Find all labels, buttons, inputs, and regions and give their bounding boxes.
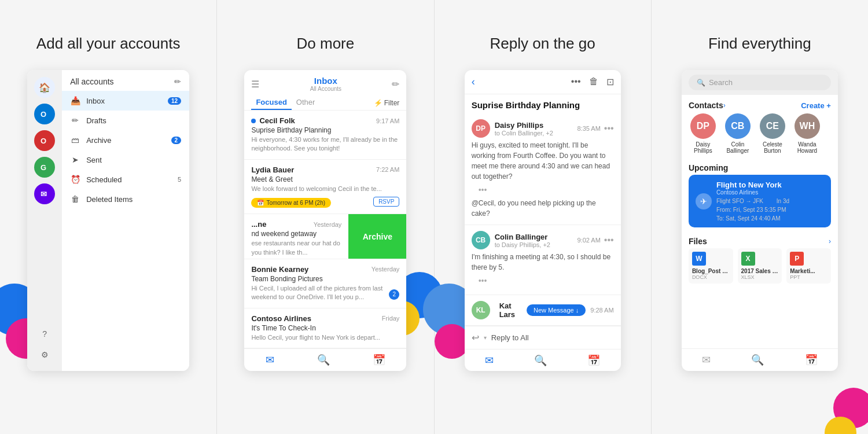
hamburger-icon[interactable]: ☰ (251, 79, 259, 90)
section-3-title: Reply on the go (490, 35, 595, 53)
contact-avatar-daisy: DP (690, 113, 716, 139)
circle-pink-3 (435, 324, 469, 359)
sidebar-account-mail[interactable]: ✉ (34, 183, 55, 204)
flight-info: Flight to New York Contoso Airlines Flig… (716, 181, 824, 222)
thread-body-2: I'm finishing a meeting at 4:30, so I sh… (472, 252, 614, 273)
thread-time-2: 9:02 AM (577, 237, 600, 244)
domore-inbox-sub: All Accounts (310, 86, 341, 92)
sidebar-account-gmail[interactable]: G (34, 157, 55, 178)
email-preview-1: Hi everyone, 4:30 works for me, I'll alr… (251, 135, 399, 153)
contact-avatar-wanda: WH (795, 113, 820, 139)
sidebar-home-icon[interactable]: 🏠 (34, 77, 55, 98)
archive-icon-reply[interactable]: ⊡ (606, 76, 614, 87)
filter-btn[interactable]: ⚡ Filter (374, 99, 400, 107)
thread-sender-to-1: to Colin Ballinger, +2 (495, 130, 578, 137)
word-icon: W (692, 252, 706, 266)
accounts-nav-main: All accounts ✏ 📥 Inbox 12 ✏ Drafts 🗃 (62, 70, 189, 371)
thread-more-1[interactable]: ••• (604, 123, 614, 134)
create-btn[interactable]: Create + (801, 101, 831, 110)
find-nav-mail[interactable]: ✉ (702, 354, 711, 366)
nav-calendar-icon[interactable]: 📅 (373, 354, 385, 366)
email-time-2: 7:22 AM (376, 166, 399, 173)
email-time-3: Yesterday (314, 221, 342, 228)
tab-focused[interactable]: Focused (251, 95, 291, 110)
ppt-icon: P (790, 252, 804, 266)
files-link[interactable]: › (829, 237, 831, 245)
thread-body-1b: @Cecil, do you need help picking up the … (472, 198, 614, 219)
rsvp-button[interactable]: RSVP (373, 197, 399, 207)
nav-deleted[interactable]: 🗑 Deleted Items (62, 189, 189, 209)
back-icon[interactable]: ‹ (472, 76, 475, 88)
domore-inbox-title: Inbox (310, 76, 341, 86)
email-subject-2: Meet & Greet (251, 175, 399, 183)
reply-header: ‹ ••• 🗑 ⊡ (465, 70, 621, 94)
file-ppt[interactable]: P Marketi... PPT (786, 248, 831, 284)
contact-colin[interactable]: CB ColinBallinger (723, 113, 752, 154)
email-preview-3: ese restaurants near our hat do you thin… (251, 239, 341, 257)
contacts-section-title: Contacts (689, 101, 723, 110)
nav-scheduled[interactable]: ⏰ Scheduled 5 (62, 170, 189, 189)
email-item-4[interactable]: Bonnie Kearney Yesterday Team Bonding Pi… (244, 259, 406, 308)
contact-wanda[interactable]: WH WandaHoward (793, 113, 822, 154)
more-icon[interactable]: ••• (571, 76, 581, 87)
reply-nav-search[interactable]: 🔍 (534, 354, 547, 367)
compose-icon-2[interactable]: ✏ (392, 79, 399, 90)
file-word[interactable]: W Blog_Post Draft DOCX (689, 248, 733, 284)
nav-sent[interactable]: ➤ Sent (62, 150, 189, 170)
contact-name-wanda: WandaHoward (797, 141, 817, 154)
email-item-2[interactable]: Lydia Bauer 7:22 AM Meet & Greet We look… (244, 160, 406, 214)
flight-title: Flight to New York (716, 181, 824, 189)
find-nav-calendar[interactable]: 📅 (805, 354, 818, 366)
find-phone-wrapper: 🔍 Search Contacts › Create + DP DaisyPhi… (682, 70, 838, 371)
flight-route: Flight SFO → JFK In 3d (716, 198, 824, 204)
domore-phone-wrapper: ☰ Inbox All Accounts ✏ Focused Other ⚡ F… (244, 70, 406, 371)
email-item-3-swiped: ...ne Yesterday nd weekend getaway ese r… (244, 214, 406, 259)
contact-daisy[interactable]: DP DaisyPhillips (689, 113, 718, 154)
contact-name-celeste: CelesteBurton (763, 141, 782, 154)
email-item-5[interactable]: Contoso Airlines Friday It's Time To Che… (244, 308, 406, 348)
nav-archive[interactable]: 🗃 Archive 2 (62, 130, 189, 150)
contacts-link[interactable]: › (723, 101, 726, 109)
contact-celeste[interactable]: CE CelesteBurton (758, 113, 787, 154)
help-icon[interactable]: ? (38, 327, 52, 341)
reply-icon[interactable]: ↩ (472, 332, 479, 343)
find-search-bar[interactable]: 🔍 Search (689, 75, 831, 90)
flight-card[interactable]: ✈ Flight to New York Contoso Airlines Fl… (689, 175, 831, 227)
delete-icon[interactable]: 🗑 (589, 76, 598, 87)
flight-from: From: Fri, Sept 23 5:35 PM (716, 207, 824, 213)
filter-icon: ⚡ (374, 99, 382, 107)
contact-name-colin: ColinBallinger (726, 141, 749, 154)
reply-nav-calendar[interactable]: 📅 (587, 354, 600, 367)
thread-sender-to-2: to Daisy Phillips, +2 (495, 241, 578, 248)
thread-more-2[interactable]: ••• (604, 235, 614, 245)
email-item-1[interactable]: Cecil Folk 9:17 AM Suprise Birthday Plan… (244, 111, 406, 160)
new-message-button[interactable]: New Message ↓ (527, 304, 586, 316)
sidebar-account-office[interactable]: O (34, 130, 55, 151)
nav-search-icon[interactable]: 🔍 (317, 354, 330, 366)
filter-label: Filter (384, 99, 400, 107)
scheduled-label: Scheduled (86, 175, 172, 184)
section-1-title: Add all your accounts (36, 35, 181, 53)
contacts-list: DP DaisyPhillips CB ColinBallinger CE Ce… (682, 113, 838, 160)
reply-mockup: ‹ ••• 🗑 ⊡ Suprise Birthday Planning DP (465, 70, 621, 371)
contact-avatar-colin: CB (725, 113, 751, 139)
reply-to-all-text[interactable]: Reply to All (491, 333, 529, 342)
nav-mail-icon[interactable]: ✉ (266, 354, 274, 366)
find-search-area: 🔍 Search (682, 70, 838, 95)
reply-nav-mail[interactable]: ✉ (485, 354, 494, 367)
archive-label: Archive (86, 136, 165, 145)
svg-text:✉: ✉ (41, 190, 47, 198)
nav-inbox[interactable]: 📥 Inbox 12 (62, 91, 189, 111)
settings-icon[interactable]: ⚙ (38, 348, 52, 362)
flight-to: To: Sat, Sept 24 4:40 AM (716, 215, 824, 222)
sidebar-account-outlook[interactable]: O (34, 104, 55, 124)
reply-dropdown-icon[interactable]: ▾ (484, 334, 487, 341)
nav-drafts[interactable]: ✏ Drafts (62, 111, 189, 130)
archive-swipe-action[interactable]: Archive (348, 214, 406, 259)
find-nav-search[interactable]: 🔍 (751, 354, 764, 366)
file-excel[interactable]: X 2017 Sales Re... XLSX (738, 248, 782, 284)
compose-icon[interactable]: ✏ (174, 77, 181, 86)
scheduled-count: 5 (178, 176, 181, 183)
section-2-title: Do more (297, 35, 355, 53)
tab-other[interactable]: Other (292, 95, 320, 110)
